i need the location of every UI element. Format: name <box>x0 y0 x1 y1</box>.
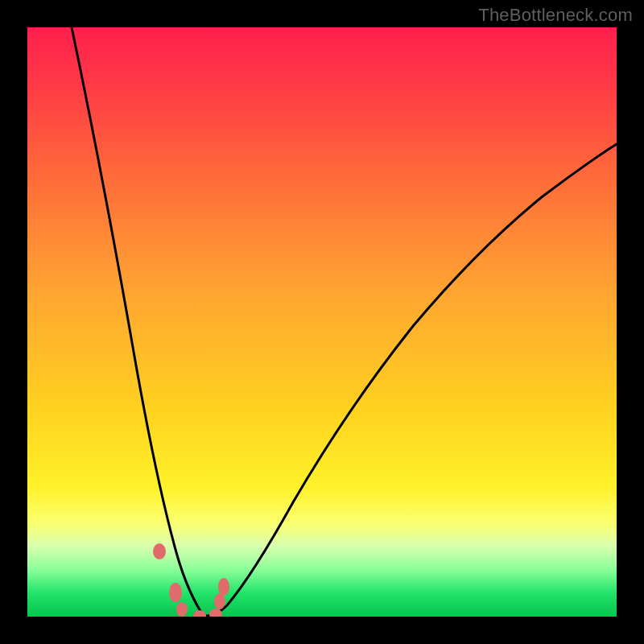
marker-dot <box>214 593 225 609</box>
plot-area <box>27 27 617 617</box>
curve-right-branch <box>206 144 617 616</box>
data-markers <box>153 543 229 617</box>
marker-dot <box>153 543 166 559</box>
bottleneck-curve <box>27 27 617 617</box>
chart-frame: TheBottleneck.com <box>0 0 644 644</box>
marker-dot <box>169 583 182 602</box>
curve-left-branch <box>72 27 206 616</box>
marker-dot <box>218 578 229 596</box>
watermark-text: TheBottleneck.com <box>478 5 633 26</box>
marker-dot <box>193 610 206 617</box>
marker-dot <box>176 602 188 617</box>
